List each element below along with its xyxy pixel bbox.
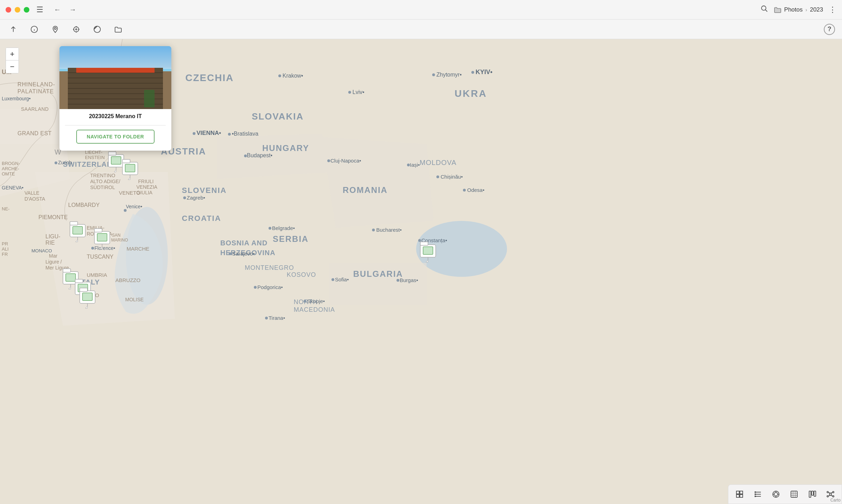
svg-line-196 (828, 495, 830, 496)
svg-text:Luxembourg•: Luxembourg• (2, 96, 31, 101)
svg-rect-146 (97, 233, 107, 241)
titlebar: ☰ ← → Photos › 2023 ⋮ (0, 0, 842, 20)
svg-text:UKRA: UKRA (455, 88, 487, 99)
svg-rect-171 (736, 495, 739, 497)
svg-point-118 (55, 161, 57, 164)
more-options-icon[interactable]: ⋮ (829, 5, 836, 14)
maximize-button[interactable] (24, 7, 29, 13)
map-container[interactable]: CZECHIA SLOVAKIA AUSTRIA SLOVENIA CROATI… (0, 39, 842, 504)
svg-point-102 (229, 252, 231, 255)
svg-text:TUSCANY: TUSCANY (87, 254, 114, 260)
svg-text:SAN: SAN (112, 233, 121, 238)
grid-view-button[interactable] (731, 487, 748, 502)
breadcrumb-photos[interactable]: Photos (784, 6, 803, 13)
zoom-in-button[interactable]: + (6, 48, 19, 60)
popup-divider (65, 125, 166, 125)
svg-point-104 (331, 278, 334, 281)
svg-text:ROMANIA: ROMANIA (343, 185, 388, 195)
svg-rect-185 (791, 491, 797, 497)
svg-point-80 (348, 91, 351, 94)
menu-icon[interactable]: ☰ (36, 5, 43, 14)
svg-text:KYIV•: KYIV• (476, 69, 492, 75)
svg-text:D'AOSTA: D'AOSTA (24, 196, 45, 202)
svg-point-112 (265, 317, 268, 319)
navigate-to-folder-button[interactable]: NAVIGATE TO FOLDER (76, 130, 155, 144)
gps-button[interactable] (70, 23, 83, 36)
map-popup: × 20230225 Merano IT (59, 46, 171, 151)
svg-point-92 (463, 189, 466, 192)
svg-point-90 (436, 175, 439, 178)
kanban-view-button[interactable] (804, 487, 821, 502)
svg-text:Sarajevo•: Sarajevo• (232, 251, 255, 257)
svg-point-76 (244, 154, 247, 157)
svg-text:Belgrade•: Belgrade• (272, 225, 295, 231)
svg-text:FRIULI: FRIULI (138, 179, 154, 184)
svg-point-96 (418, 239, 421, 242)
svg-point-0 (761, 6, 766, 10)
breadcrumb-folder-icon (774, 7, 782, 13)
svg-point-191 (833, 491, 834, 493)
svg-line-194 (828, 492, 830, 493)
svg-point-74 (228, 133, 231, 136)
svg-text:GIULIA: GIULIA (136, 190, 153, 195)
svg-point-86 (327, 159, 330, 162)
search-icon[interactable] (761, 5, 768, 15)
svg-rect-178 (755, 496, 756, 497)
svg-text:Cluj-Napoca•: Cluj-Napoca• (330, 158, 361, 164)
info-button[interactable] (28, 23, 41, 36)
list-view-button[interactable] (749, 487, 766, 502)
svg-point-189 (829, 493, 832, 495)
svg-text:Venice•: Venice• (126, 204, 142, 209)
svg-point-116 (124, 209, 127, 212)
svg-text:MOLDOVA: MOLDOVA (420, 159, 457, 166)
svg-text:HUNGARY: HUNGARY (262, 143, 309, 153)
svg-point-100 (269, 227, 271, 230)
breadcrumb-separator: › (806, 7, 807, 13)
svg-text:Lviv•: Lviv• (352, 89, 364, 95)
svg-rect-145 (94, 229, 102, 232)
svg-text:Skopje•: Skopje• (307, 298, 325, 304)
svg-point-84 (471, 71, 474, 74)
svg-point-193 (833, 496, 834, 497)
svg-text:Florence•: Florence• (94, 245, 115, 251)
svg-text:GENEVA•: GENEVA• (2, 185, 23, 190)
svg-text:Burgas•: Burgas• (400, 277, 418, 283)
svg-text:SAARLAND: SAARLAND (21, 106, 49, 112)
svg-text:LIGU-: LIGU- (45, 233, 60, 239)
folder-button[interactable] (112, 23, 124, 36)
svg-text:SÜDTIROL: SÜDTIROL (90, 184, 115, 190)
svg-rect-136 (125, 164, 135, 172)
svg-text:Zurich: Zurich (58, 160, 72, 165)
forward-button[interactable]: → (67, 4, 78, 15)
svg-text:GRAND EST: GRAND EST (17, 130, 52, 136)
svg-text:FR: FR (2, 252, 8, 257)
svg-text:RHINELAND-: RHINELAND- (17, 81, 55, 87)
svg-rect-135 (122, 159, 130, 163)
sort-button[interactable] (7, 23, 20, 36)
svg-text:Krakow•: Krakow• (283, 73, 303, 79)
location-button[interactable] (49, 23, 62, 36)
svg-text:PALATINATE: PALATINATE (17, 88, 54, 94)
zoom-controls: + − (6, 48, 19, 73)
svg-point-72 (193, 132, 195, 135)
svg-text:PR: PR (2, 241, 8, 246)
svg-line-1 (765, 9, 767, 12)
svg-point-108 (254, 286, 257, 289)
svg-point-190 (827, 491, 828, 493)
svg-line-197 (830, 495, 833, 496)
svg-point-8 (76, 29, 77, 30)
svg-text:CZECHIA: CZECHIA (185, 72, 234, 83)
zoom-out-button[interactable]: − (6, 60, 19, 73)
svg-text:BULGARIA: BULGARIA (353, 269, 403, 279)
camera-view-button[interactable] (768, 487, 784, 502)
map-view-button[interactable] (786, 487, 802, 502)
svg-text:Ligure /: Ligure / (45, 259, 62, 265)
close-button[interactable] (6, 7, 11, 13)
back-button[interactable]: ← (52, 4, 63, 15)
svg-text:ALI: ALI (2, 246, 9, 252)
minimize-button[interactable] (15, 7, 20, 13)
svg-text:MOLISE: MOLISE (125, 297, 144, 302)
svg-rect-156 (66, 274, 76, 281)
palette-button[interactable] (91, 23, 104, 36)
help-button[interactable]: ? (824, 24, 835, 35)
